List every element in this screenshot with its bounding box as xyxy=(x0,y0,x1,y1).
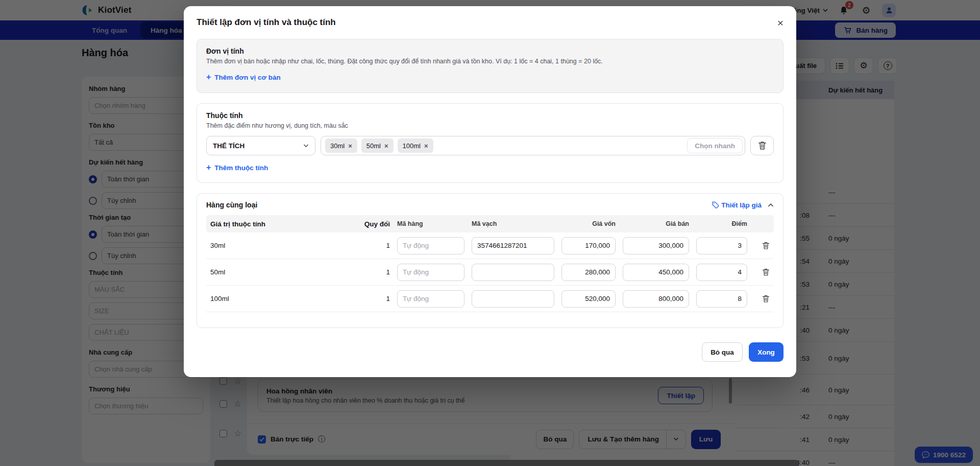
plus-icon: + xyxy=(206,73,211,82)
unit-section-description: Thêm đơn vị bán hoặc nhập như chai, lốc,… xyxy=(206,58,774,65)
variant-row: 50ml 1 xyxy=(206,259,774,286)
plus-icon: + xyxy=(206,163,211,172)
attribute-section-title: Thuộc tính xyxy=(206,111,774,120)
variants-title: Hàng cùng loại xyxy=(206,201,257,209)
quick-select-button[interactable]: Chọn nhanh xyxy=(687,138,743,153)
column-header: Mã vạch xyxy=(472,220,554,227)
remove-tag-icon[interactable]: × xyxy=(384,142,388,150)
variant-points-input[interactable] xyxy=(696,237,747,254)
variant-ratio: 1 xyxy=(360,268,390,276)
variant-value: 100ml xyxy=(210,295,353,302)
unit-section-title: Đơn vị tính xyxy=(206,47,774,55)
variant-row: 30ml 1 xyxy=(206,232,774,259)
chevron-down-icon xyxy=(303,144,309,148)
remove-tag-icon[interactable]: × xyxy=(348,142,352,150)
variants-section: Hàng cùng loại Thiết lập giá Giá trị thu… xyxy=(197,193,783,328)
column-header: Giá vốn xyxy=(561,220,616,227)
remove-tag-icon[interactable]: × xyxy=(424,142,428,150)
delete-variant-button[interactable] xyxy=(754,268,770,276)
close-icon[interactable]: × xyxy=(777,17,783,28)
variant-cost-input[interactable] xyxy=(561,264,616,281)
delete-variant-button[interactable] xyxy=(754,295,770,303)
attribute-section-description: Thêm đặc điểm như hương vị, dung tích, m… xyxy=(206,122,774,129)
variant-code-input[interactable] xyxy=(397,264,464,281)
price-setup-link[interactable]: Thiết lập giá xyxy=(712,201,762,209)
attribute-name-select[interactable]: THỂ TÍCH xyxy=(206,136,315,155)
trash-icon xyxy=(762,268,770,276)
variants-table-header: Giá trị thuộc tínhQuy đổiMã hàngMã vạchG… xyxy=(206,215,774,232)
collapse-chevron-up-icon[interactable] xyxy=(768,203,774,207)
attribute-value-tag: 50ml × xyxy=(361,138,394,153)
variant-barcode-input[interactable] xyxy=(472,264,554,281)
modal-done-button[interactable]: Xong xyxy=(749,342,783,362)
column-header: Điểm xyxy=(696,220,747,227)
unit-section: Đơn vị tính Thêm đơn vị bán hoặc nhập nh… xyxy=(197,39,783,93)
unit-attribute-modal: Thiết lập đơn vị tính và thuộc tính × Đơ… xyxy=(184,6,796,377)
attribute-value-tag: 30ml × xyxy=(325,138,357,153)
variant-price-input[interactable] xyxy=(623,237,689,254)
delete-attribute-button[interactable] xyxy=(750,136,774,155)
variant-points-input[interactable] xyxy=(696,264,747,281)
variants-table-body: 30ml 1 50ml 1 xyxy=(206,232,774,312)
variant-ratio: 1 xyxy=(360,242,390,249)
add-attribute-link[interactable]: + Thêm thuộc tính xyxy=(206,163,268,172)
variant-row: 100ml 1 xyxy=(206,286,774,312)
attribute-section: Thuộc tính Thêm đặc điểm như hương vị, d… xyxy=(197,103,783,183)
screen: KiotViet Tiếng Việt 2 ⚙ xyxy=(0,0,980,466)
trash-icon xyxy=(762,242,770,250)
variant-cost-input[interactable] xyxy=(561,237,616,254)
column-header: Quy đổi xyxy=(360,220,390,228)
variant-barcode-input[interactable] xyxy=(472,237,554,254)
attribute-values-input[interactable]: 30ml × 50ml × 100ml × Chọn nhanh xyxy=(321,136,745,155)
price-tag-icon xyxy=(712,201,719,209)
delete-variant-button[interactable] xyxy=(754,242,770,250)
variant-ratio: 1 xyxy=(360,295,390,302)
variant-price-input[interactable] xyxy=(623,290,689,308)
variant-points-input[interactable] xyxy=(696,290,747,308)
variant-barcode-input[interactable] xyxy=(472,290,554,308)
modal-title: Thiết lập đơn vị tính và thuộc tính xyxy=(197,17,336,28)
attribute-value-tag: 100ml × xyxy=(398,138,433,153)
column-header: Mã hàng xyxy=(397,220,464,227)
trash-icon xyxy=(762,295,770,303)
variant-code-input[interactable] xyxy=(397,237,464,254)
column-header: Giá trị thuộc tính xyxy=(210,220,353,228)
trash-icon xyxy=(758,141,767,150)
variant-value: 50ml xyxy=(210,268,353,276)
column-header: Giá bán xyxy=(623,220,689,227)
add-base-unit-link[interactable]: + Thêm đơn vị cơ bản xyxy=(206,73,281,82)
modal-skip-button[interactable]: Bỏ qua xyxy=(702,342,743,362)
variant-cost-input[interactable] xyxy=(561,290,616,308)
variant-price-input[interactable] xyxy=(623,264,689,281)
variant-code-input[interactable] xyxy=(397,290,464,308)
variant-value: 30ml xyxy=(210,242,353,249)
